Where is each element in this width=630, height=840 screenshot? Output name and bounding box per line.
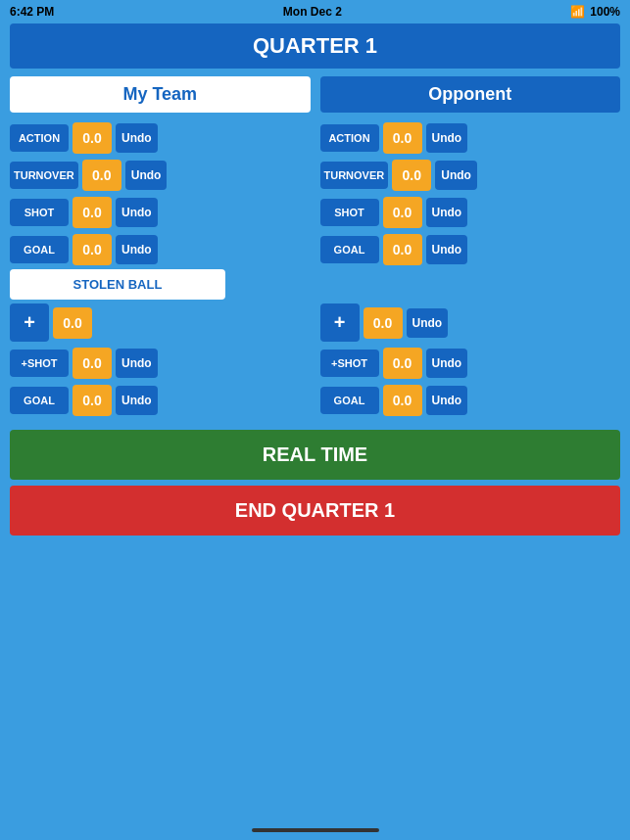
my-goal2-value: 0.0 [73,385,112,416]
opp-turnover-value: 0.0 [392,160,431,191]
my-turnover-value: 0.0 [82,160,121,191]
my-plus-button[interactable]: + [10,303,49,342]
stolen-ball-row: STOLEN BALL [10,269,620,300]
my-shot-value: 0.0 [73,197,112,228]
wifi-icon: 📶 [570,5,585,19]
opp-goal2-row: GOAL 0.0 Undo [320,385,621,416]
opp-goal2-button[interactable]: GOAL [320,387,379,414]
opp-turnover-undo[interactable]: Undo [435,161,477,190]
opp-turnover-row: TURNOVER 0.0 Undo [320,160,621,191]
opp-goal-button[interactable]: GOAL [320,236,379,263]
opp-action-row: ACTION 0.0 Undo [320,122,621,154]
my-action-value: 0.0 [73,122,112,154]
end-quarter-button[interactable]: END QUARTER 1 [10,486,620,536]
my-plusshot-undo[interactable]: Undo [116,349,158,378]
opp-plusshot-button[interactable]: +SHOT [320,350,379,377]
my-action-button[interactable]: ACTION [10,124,69,152]
opp-plusshot-row: +SHOT 0.0 Undo [320,348,621,379]
opp-action-undo[interactable]: Undo [426,123,468,153]
opp-plus-undo[interactable]: Undo [407,308,449,338]
opp-plus-value: 0.0 [363,307,403,339]
status-date: Mon Dec 2 [283,5,342,19]
my-plusshot-button[interactable]: +SHOT [10,350,69,377]
opp-plus-row: + 0.0 Undo [320,303,621,342]
opp-goal-undo[interactable]: Undo [426,235,468,264]
my-action-undo[interactable]: Undo [116,123,158,153]
opp-goal2-undo[interactable]: Undo [426,386,468,415]
opp-plusshot-value: 0.0 [383,348,422,379]
my-goal2-undo[interactable]: Undo [116,386,158,415]
stolen-ball-button[interactable]: STOLEN BALL [10,269,225,300]
my-plusshot-row: +SHOT 0.0 Undo [10,348,311,379]
opp-team-section: ACTION 0.0 Undo TURNOVER 0.0 Undo SHOT 0… [320,122,621,265]
my-goal2-row: GOAL 0.0 Undo [10,385,311,416]
opp-shot-row: SHOT 0.0 Undo [320,197,621,228]
opp-shot-undo[interactable]: Undo [426,198,468,227]
my-turnover-row: TURNOVER 0.0 Undo [10,160,311,191]
my-plus-row: + 0.0 [10,303,311,342]
my-action-row: ACTION 0.0 Undo [10,122,311,154]
my-plus-section: + 0.0 +SHOT 0.0 Undo GOAL 0.0 Undo [10,303,311,416]
opp-action-value: 0.0 [383,122,422,154]
home-indicator [252,828,379,832]
battery-label: 100% [590,5,620,19]
realtime-button[interactable]: REAL TIME [10,430,620,480]
my-turnover-undo[interactable]: Undo [125,161,168,190]
plus-section: + 0.0 +SHOT 0.0 Undo GOAL 0.0 Undo + 0.0… [10,303,620,416]
my-plusshot-value: 0.0 [73,348,112,379]
my-plus-value: 0.0 [53,307,92,339]
opp-shot-button[interactable]: SHOT [320,199,379,226]
bottom-buttons: REAL TIME END QUARTER 1 [10,430,620,536]
status-time: 6:42 PM [10,5,54,19]
teams-row: My Team Opponent [10,76,620,113]
opp-action-button[interactable]: ACTION [320,124,379,152]
opp-turnover-button[interactable]: TURNOVER [320,162,389,189]
my-shot-button[interactable]: SHOT [10,199,69,226]
main-content: ACTION 0.0 Undo TURNOVER 0.0 Undo SHOT 0… [10,122,620,265]
opp-goal-row: GOAL 0.0 Undo [320,234,621,265]
my-goal-button[interactable]: GOAL [10,236,69,263]
status-bar: 6:42 PM Mon Dec 2 📶 100% [0,0,630,23]
opp-plusshot-undo[interactable]: Undo [426,349,468,378]
my-team-section: ACTION 0.0 Undo TURNOVER 0.0 Undo SHOT 0… [10,122,311,265]
my-turnover-button[interactable]: TURNOVER [10,162,78,189]
my-goal-value: 0.0 [73,234,112,265]
opp-goal2-value: 0.0 [383,385,422,416]
my-shot-row: SHOT 0.0 Undo [10,197,311,228]
quarter-title: QUARTER 1 [10,23,620,69]
opp-plus-button[interactable]: + [320,303,360,342]
opponent-header: Opponent [320,76,621,113]
opp-plus-section: + 0.0 Undo +SHOT 0.0 Undo GOAL 0.0 Undo [320,303,621,416]
opp-goal-value: 0.0 [383,234,422,265]
my-shot-undo[interactable]: Undo [116,198,158,227]
my-goal-row: GOAL 0.0 Undo [10,234,311,265]
my-goal-undo[interactable]: Undo [116,235,158,264]
my-goal2-button[interactable]: GOAL [10,387,69,414]
opp-shot-value: 0.0 [383,197,422,228]
my-team-header: My Team [10,76,311,113]
